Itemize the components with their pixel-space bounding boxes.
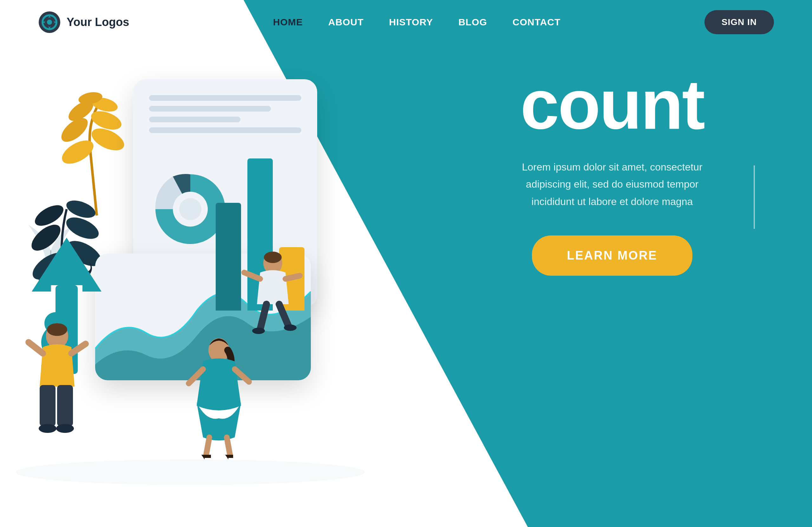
ground-shadow (16, 460, 365, 485)
nav-contact[interactable]: CONTACT (512, 17, 561, 28)
svg-marker-21 (32, 238, 102, 291)
navbar: Your Logos HOME ABOUT HISTORY BLOG CONTA… (0, 0, 812, 44)
hero-right: count Lorem ipsum dolor sit amet, consec… (469, 70, 755, 276)
logo-area[interactable]: Your Logos (38, 11, 129, 34)
hero-description: Lorem ipsum dolor sit amet, consectetur … (469, 159, 755, 210)
svg-point-37 (56, 424, 74, 433)
logo-text: Your Logos (67, 16, 129, 29)
card-line-2 (149, 106, 271, 111)
card-line-3 (149, 117, 241, 122)
svg-line-41 (206, 437, 209, 455)
svg-point-36 (39, 424, 56, 433)
card-line-4 (149, 127, 301, 133)
svg-point-29 (284, 325, 296, 331)
svg-line-34 (29, 342, 43, 353)
svg-line-35 (71, 344, 86, 353)
nav-history[interactable]: HISTORY (389, 17, 433, 28)
nav-about[interactable]: ABOUT (328, 17, 364, 28)
card-line-1 (149, 95, 301, 101)
svg-point-18 (179, 198, 201, 220)
figure-pusher (22, 317, 92, 437)
vertical-divider (754, 165, 755, 229)
nav-blog[interactable]: BLOG (458, 17, 487, 28)
nav-links: HOME ABOUT HISTORY BLOG CONTACT (273, 17, 561, 28)
figure-analyst (241, 247, 304, 336)
logo-icon (38, 11, 61, 34)
sign-in-button[interactable]: SIGN IN (705, 10, 774, 34)
svg-point-23 (264, 252, 282, 263)
learn-more-button[interactable]: LEARN MORE (532, 236, 692, 276)
illustration-area (0, 32, 412, 507)
svg-line-24 (244, 272, 260, 279)
card-header (149, 95, 301, 133)
svg-point-2 (47, 20, 52, 25)
svg-rect-33 (57, 385, 73, 426)
svg-line-25 (286, 276, 300, 279)
nav-home[interactable]: HOME (273, 17, 303, 28)
svg-point-15 (64, 197, 98, 221)
svg-line-27 (279, 304, 289, 327)
hero-title: count (469, 70, 755, 139)
svg-rect-32 (40, 385, 56, 426)
svg-line-26 (260, 304, 266, 330)
figure-lady (181, 333, 257, 460)
svg-point-31 (47, 323, 67, 336)
bar-1 (216, 203, 241, 311)
svg-line-42 (227, 437, 230, 455)
